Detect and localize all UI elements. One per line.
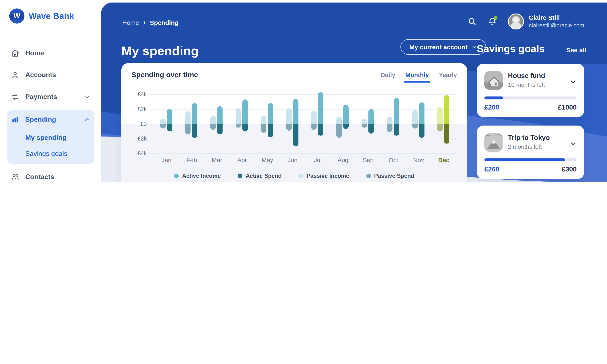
- goal-time-left: 10 months left: [508, 81, 545, 88]
- y-axis-tick: £4k: [132, 91, 147, 98]
- tab-yearly[interactable]: Yearly: [439, 72, 457, 82]
- home-icon: [11, 49, 19, 57]
- trip-to-tokyo-photo: [484, 133, 503, 152]
- y-axis-tick: -£4k: [132, 150, 147, 156]
- x-axis-label-mar: Mar: [204, 157, 229, 163]
- bar-passive-apr: [236, 108, 241, 128]
- savings-goals-header: Savings goals See all: [477, 43, 586, 55]
- chevron-down-icon: [84, 94, 90, 100]
- goal-progress-bar: [484, 158, 577, 161]
- user-email: clairestill@oracle.com: [529, 22, 584, 30]
- chevron-down-icon[interactable]: [570, 74, 577, 90]
- x-axis-label-jul: Jul: [305, 157, 330, 163]
- sidebar-item-spending[interactable]: Spending: [7, 110, 94, 130]
- sidebar-group-spending: Spending My spending Savings goals: [7, 110, 94, 164]
- sidebar-item-label: Spending: [25, 116, 56, 123]
- bar-active-apr: [242, 100, 248, 131]
- bar-active-may: [267, 103, 273, 137]
- x-axis-label-apr: Apr: [229, 157, 255, 163]
- x-axis-label-may: May: [255, 157, 280, 163]
- breadcrumb-home[interactable]: Home: [122, 19, 139, 26]
- breadcrumb: Home › Spending: [122, 19, 179, 26]
- x-axis-label-sep: Sep: [356, 157, 381, 163]
- x-axis-label-nov: Nov: [406, 157, 431, 163]
- goal-name: Trip to Tokyo: [508, 134, 550, 142]
- user-name: Claire Still: [529, 13, 584, 22]
- bar-passive-nov: [412, 110, 418, 129]
- sidebar-item-accounts[interactable]: Accounts: [7, 64, 94, 86]
- brand: W Wave Bank: [7, 8, 94, 24]
- x-axis-label-jun: Jun: [280, 157, 305, 163]
- chart-period-tabs: Daily Monthly Yearly: [381, 72, 457, 82]
- goal-target-amount: £300: [562, 166, 577, 173]
- notifications-bell-icon[interactable]: [488, 17, 497, 26]
- gridline: [150, 153, 457, 154]
- tab-daily[interactable]: Daily: [381, 72, 395, 82]
- bar-active-jun: [293, 99, 298, 146]
- breadcrumb-current: Spending: [150, 19, 179, 26]
- chevron-down-icon: [472, 44, 477, 50]
- account-selector-dropdown[interactable]: My current account: [400, 39, 486, 55]
- see-all-link[interactable]: See all: [566, 46, 586, 53]
- y-axis-tick: -£2k: [132, 135, 147, 142]
- legend-item: Active Spend: [238, 173, 282, 179]
- x-axis-label-jan: Jan: [154, 157, 179, 163]
- bar-active-dec: [444, 95, 449, 144]
- bar-passive-may: [261, 116, 266, 133]
- brand-name: Wave Bank: [29, 11, 74, 21]
- goal-time-left: 2 months left: [508, 143, 550, 150]
- goal-progress-bar: [484, 96, 577, 99]
- bar-passive-mar: [210, 116, 216, 130]
- x-axis-label-dec: Dec: [431, 157, 457, 163]
- chevron-down-icon[interactable]: [570, 136, 577, 152]
- sidebar-item-label: Payments: [25, 93, 57, 101]
- legend-item: Active Income: [174, 173, 221, 179]
- sidebar-subitem-my-spending[interactable]: My spending: [7, 130, 94, 146]
- spending-over-time-card: Spending over time Daily Monthly Yearly …: [121, 63, 467, 182]
- bar-passive-oct: [387, 117, 392, 132]
- sidebar-item-contacts[interactable]: Contacts: [7, 166, 94, 182]
- goal-card-house-fund: House fund 10 months left £200 £1000: [477, 64, 584, 117]
- transfer-arrows-icon: [11, 93, 19, 101]
- bar-passive-dec: [437, 107, 443, 131]
- x-axis-label-aug: Aug: [330, 157, 356, 163]
- x-axis-label-oct: Oct: [381, 157, 406, 163]
- goal-card-trip-to-tokyo: Trip to Tokyo 2 months left £260 £300: [477, 126, 584, 179]
- sidebar: W Wave Bank Home Accounts Payments: [0, 0, 101, 182]
- legend-dot-icon: [366, 174, 371, 178]
- wave-bank-logo-icon: W: [9, 8, 25, 24]
- bar-active-sep: [369, 109, 374, 133]
- avatar: [508, 13, 524, 29]
- legend-dot-icon: [298, 174, 303, 178]
- bar-chart-icon: [11, 116, 19, 124]
- chart-legend: Active IncomeActive SpendPassive IncomeP…: [132, 173, 457, 179]
- user-menu[interactable]: Claire Still clairestill@oracle.com: [508, 13, 584, 30]
- sidebar-subitem-savings-goals[interactable]: Savings goals: [7, 146, 94, 162]
- page-title: My spending: [121, 44, 199, 58]
- goal-saved-amount: £200: [484, 104, 499, 111]
- bar-active-mar: [217, 106, 223, 134]
- bar-chart-plot: £4k£2k£0-£2k-£4kJanFebMarAprMayJunJulAug…: [132, 90, 457, 182]
- goal-name: House fund: [508, 72, 545, 80]
- topbar: Claire Still clairestill@oracle.com: [467, 13, 584, 30]
- legend-dot-icon: [174, 174, 179, 178]
- bar-active-oct: [394, 98, 399, 136]
- people-icon: [11, 173, 19, 181]
- bar-active-jan: [167, 109, 172, 131]
- sidebar-nav: Home Accounts Payments: [7, 42, 94, 182]
- search-icon[interactable]: [467, 17, 476, 26]
- person-icon: [11, 71, 19, 79]
- bar-passive-jun: [286, 108, 291, 130]
- main-content: Home › Spending Claire Still clairestill…: [101, 2, 607, 182]
- tab-monthly[interactable]: Monthly: [405, 72, 429, 82]
- legend-item: Passive Spend: [366, 173, 414, 179]
- app-window: W Wave Bank Home Accounts Payments: [0, 0, 607, 182]
- gridline: [150, 94, 457, 95]
- sidebar-item-label: Accounts: [25, 71, 56, 79]
- x-axis-label-feb: Feb: [179, 157, 204, 163]
- legend-item: Passive Income: [298, 173, 349, 179]
- bar-passive-jul: [311, 111, 317, 130]
- sidebar-item-payments[interactable]: Payments: [7, 86, 94, 108]
- y-axis-tick: £2k: [132, 106, 147, 112]
- sidebar-item-home[interactable]: Home: [7, 42, 94, 64]
